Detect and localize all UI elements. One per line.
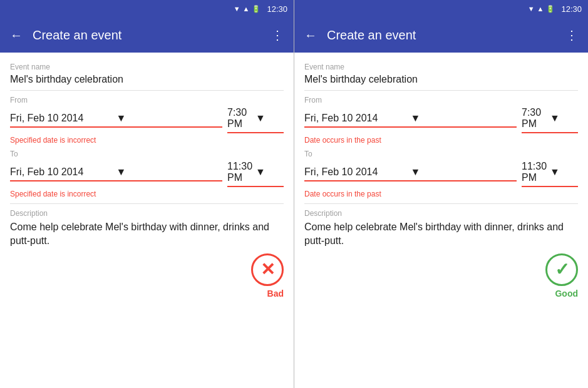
- status-bar-good: ▼ ▲ 🔋 12:30: [294, 0, 588, 18]
- from-group-bad: From Fri, Feb 10 2014 ▼ 7:30 PM ▼ Specif…: [10, 96, 284, 145]
- from-time-value-good: 7:30 PM: [522, 107, 550, 130]
- to-time-select-good[interactable]: 11:30 PM ▼: [522, 161, 578, 187]
- description-group-good: Description Come help celebrate Mel's bi…: [304, 209, 578, 248]
- from-date-value-bad: Fri, Feb 10 2014: [10, 113, 116, 124]
- back-button-bad[interactable]: ←: [10, 28, 23, 43]
- from-time-select-bad[interactable]: 7:30 PM ▼: [227, 107, 284, 133]
- from-error-good: Date occurs in the past: [304, 136, 578, 145]
- event-name-value-bad: Mel's birthday celebration: [10, 74, 284, 85]
- from-date-value-good: Fri, Feb 10 2014: [304, 113, 411, 124]
- to-group-bad: To Fri, Feb 10 2014 ▼ 11:30 PM ▼ Specifi…: [10, 150, 284, 198]
- event-name-label-bad: Event name: [10, 63, 284, 71]
- more-button-bad[interactable]: ⋮: [271, 28, 284, 43]
- to-time-arrow-good: ▼: [550, 166, 578, 178]
- event-name-group-bad: Event name Mel's birthday celebration: [10, 63, 284, 85]
- battery-icon: 🔋: [252, 5, 260, 13]
- from-group-good: From Fri, Feb 10 2014 ▼ 7:30 PM ▼ Date o…: [304, 96, 578, 145]
- from-label-bad: From: [10, 96, 284, 105]
- from-row-good: Fri, Feb 10 2014 ▼ 7:30 PM ▼: [304, 107, 578, 133]
- badge-symbol-bad: ✕: [260, 259, 275, 280]
- to-time-arrow-bad: ▼: [255, 166, 284, 178]
- from-label-good: From: [304, 96, 578, 105]
- panel-good: ▼ ▲ 🔋 12:30 ← Create an event ⋮ Event na…: [294, 0, 588, 388]
- description-label-good: Description: [304, 209, 578, 218]
- event-name-label-good: Event name: [304, 63, 578, 71]
- to-date-value-bad: Fri, Feb 10 2014: [10, 166, 116, 178]
- badge-circle-good: ✓: [545, 253, 578, 286]
- status-time-bad: 12:30: [267, 4, 287, 14]
- to-date-select-good[interactable]: Fri, Feb 10 2014 ▼: [304, 166, 517, 181]
- badge-label-bad: Bad: [267, 288, 284, 299]
- content-good: Event name Mel's birthday celebration Fr…: [294, 53, 588, 388]
- back-button-good[interactable]: ←: [304, 28, 317, 43]
- status-time-good: 12:30: [561, 4, 582, 14]
- badge-label-good: Good: [555, 288, 578, 299]
- to-error-bad: Specified date is incorrect: [10, 190, 284, 198]
- from-row-bad: Fri, Feb 10 2014 ▼ 7:30 PM ▼: [10, 107, 284, 133]
- to-label-bad: To: [10, 150, 284, 158]
- from-time-arrow-bad: ▼: [255, 113, 284, 124]
- signal-icon-good: ▲: [537, 5, 544, 13]
- to-row-good: Fri, Feb 10 2014 ▼ 11:30 PM ▼: [304, 161, 578, 187]
- more-button-good[interactable]: ⋮: [565, 28, 578, 43]
- content-bad: Event name Mel's birthday celebration Fr…: [0, 53, 294, 388]
- from-date-arrow-good: ▼: [411, 113, 517, 124]
- to-group-good: To Fri, Feb 10 2014 ▼ 11:30 PM ▼ Date oc…: [304, 150, 578, 198]
- to-time-value-good: 11:30 PM: [522, 161, 550, 183]
- description-value-bad: Come help celebrate Mel's birthday with …: [10, 220, 284, 248]
- signal-icon: ▲: [243, 5, 250, 13]
- to-date-arrow-bad: ▼: [116, 166, 223, 178]
- badge-container-bad: ✕ Bad: [10, 253, 284, 299]
- from-time-select-good[interactable]: 7:30 PM ▼: [522, 107, 578, 133]
- to-date-arrow-good: ▼: [411, 166, 517, 178]
- badge-circle-bad: ✕: [251, 253, 284, 286]
- app-bar-title-bad: Create an event: [33, 28, 261, 43]
- to-time-select-bad[interactable]: 11:30 PM ▼: [227, 161, 284, 187]
- description-group-bad: Description Come help celebrate Mel's bi…: [10, 209, 284, 248]
- separator-1-good: [304, 90, 578, 91]
- status-bar-bad: ▼ ▲ 🔋 12:30: [0, 0, 294, 18]
- event-name-group-good: Event name Mel's birthday celebration: [304, 63, 578, 85]
- to-date-value-good: Fri, Feb 10 2014: [304, 166, 411, 178]
- status-icons-good: ▼ ▲ 🔋: [528, 5, 555, 13]
- separator-2-good: [304, 203, 578, 204]
- event-name-value-good: Mel's birthday celebration: [304, 74, 578, 85]
- separator-2-bad: [10, 203, 284, 204]
- to-label-good: To: [304, 150, 578, 158]
- description-value-good: Come help celebrate Mel's birthday with …: [304, 220, 578, 248]
- from-time-value-bad: 7:30 PM: [227, 107, 255, 130]
- wifi-icon-good: ▼: [528, 5, 535, 13]
- panel-bad: ▼ ▲ 🔋 12:30 ← Create an event ⋮ Event na…: [0, 0, 294, 388]
- separator-1-bad: [10, 90, 284, 91]
- from-error-bad: Specified date is incorrect: [10, 136, 284, 145]
- to-date-select-bad[interactable]: Fri, Feb 10 2014 ▼: [10, 166, 222, 181]
- from-date-select-bad[interactable]: Fri, Feb 10 2014 ▼: [10, 113, 222, 128]
- from-time-arrow-good: ▼: [550, 113, 578, 124]
- to-error-good: Date occurs in the past: [304, 190, 578, 198]
- from-date-arrow-bad: ▼: [116, 113, 223, 124]
- app-bar-bad: ← Create an event ⋮: [0, 18, 294, 53]
- wifi-icon: ▼: [234, 5, 240, 13]
- to-time-value-bad: 11:30 PM: [227, 161, 255, 183]
- battery-icon-good: 🔋: [546, 5, 555, 13]
- badge-symbol-good: ✓: [555, 259, 569, 280]
- badge-container-good: ✓ Good: [304, 253, 578, 299]
- app-bar-good: ← Create an event ⋮: [294, 18, 588, 53]
- app-bar-title-good: Create an event: [327, 28, 555, 43]
- status-icons-bad: ▼ ▲ 🔋: [234, 5, 261, 13]
- description-label-bad: Description: [10, 209, 284, 218]
- from-date-select-good[interactable]: Fri, Feb 10 2014 ▼: [304, 113, 517, 128]
- to-row-bad: Fri, Feb 10 2014 ▼ 11:30 PM ▼: [10, 161, 284, 187]
